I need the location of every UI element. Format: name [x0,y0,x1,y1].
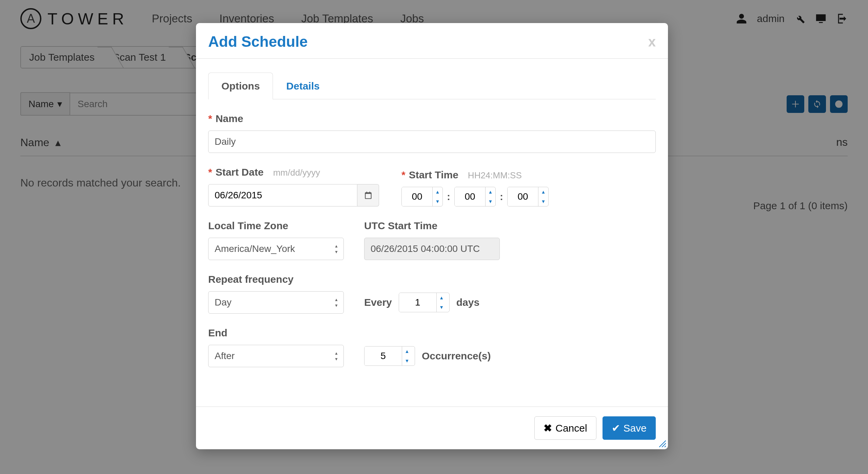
minutes-input[interactable] [455,187,485,206]
label-start-time: * Start Time HH24:MM:SS [401,169,549,181]
occurrences-input[interactable] [364,347,402,366]
end-select[interactable]: After [208,345,344,367]
form-group-start-date: * Start Date mm/dd/yyyy [208,166,381,206]
row-end: End After ▲▼ ▲▼ Occurrence(s) [208,327,656,367]
required-marker: * [208,166,212,178]
label-every: Every [364,297,392,308]
start-time-hint: HH24:MM:SS [468,170,522,181]
time-separator: : [500,191,503,202]
every-input[interactable] [399,293,436,312]
form-group-end: End After ▲▼ [208,327,344,367]
seconds-up[interactable]: ▲ [538,187,548,197]
form-group-tz: Local Time Zone America/New_York ▲▼ [208,220,344,260]
minutes-up[interactable]: ▲ [486,187,495,197]
label-name: * Name [208,113,656,124]
minutes-down[interactable]: ▼ [486,197,495,206]
form-group-start-time: * Start Time HH24:MM:SS ▲▼ : ▲▼ [401,169,549,206]
label-occurrences: Occurrence(s) [422,350,491,362]
hours-down[interactable]: ▼ [433,197,442,206]
app-root: A TOWER Projects Inventories Job Templat… [0,0,868,474]
form-group-name: * Name [208,113,656,153]
seconds-input[interactable] [508,187,538,206]
required-marker: * [401,169,406,181]
start-time-group: ▲▼ : ▲▼ : ▲▼ [401,187,549,206]
calendar-button[interactable] [357,184,379,206]
label-start-date: * Start Date mm/dd/yyyy [208,166,381,178]
form-group-utc: UTC Start Time 06/26/2015 04:00:00 UTC [364,220,500,260]
tz-select-wrap: America/New_York ▲▼ [208,238,344,260]
tab-options[interactable]: Options [208,73,273,99]
occ-down[interactable]: ▼ [402,356,412,366]
label-tz: Local Time Zone [208,220,344,232]
modal-title: Add Schedule [208,33,308,50]
modal-tabs: Options Details [208,72,656,99]
tab-details[interactable]: Details [273,73,333,99]
minutes-spinner[interactable]: ▲▼ [454,187,496,206]
every-spinner[interactable]: ▲▼ [399,293,450,312]
hours-input[interactable] [402,187,432,206]
label-utc: UTC Start Time [364,220,500,232]
seconds-spinner[interactable]: ▲▼ [507,187,549,206]
start-date-hint: mm/dd/yyyy [273,167,320,178]
occ-up[interactable]: ▲ [402,347,412,356]
modal-header: Add Schedule x [196,23,668,59]
row-tz: Local Time Zone America/New_York ▲▼ UTC … [208,220,656,260]
every-down[interactable]: ▼ [437,302,447,312]
resize-handle-icon[interactable] [659,440,666,447]
close-button[interactable]: x [648,34,656,50]
repeat-select[interactable]: Day [208,291,344,314]
every-up[interactable]: ▲ [437,293,447,302]
row-start: * Start Date mm/dd/yyyy * Start Tim [208,166,656,206]
seconds-down[interactable]: ▼ [538,197,548,206]
add-schedule-modal: Add Schedule x Options Details * Name * [196,23,668,449]
occurrences-spinner[interactable]: ▲▼ [364,346,415,366]
utc-display: 06/26/2015 04:00:00 UTC [364,238,500,260]
label-repeat: Repeat frequency [208,274,344,285]
label-days: days [456,297,479,308]
hours-spinner[interactable]: ▲▼ [401,187,443,206]
close-icon: ✖ [544,422,552,434]
modal-body: Options Details * Name * Start Date mm/d… [196,72,668,379]
cancel-button[interactable]: ✖ Cancel [534,416,596,440]
label-end: End [208,327,344,339]
name-input[interactable] [208,131,656,153]
check-icon: ✔ [612,422,620,434]
every-group: Every ▲▼ days [364,293,479,314]
modal-footer: ✖ Cancel ✔ Save [196,407,668,449]
start-date-group [208,184,381,206]
hours-up[interactable]: ▲ [433,187,442,197]
repeat-select-wrap: Day ▲▼ [208,291,344,314]
calendar-icon [364,191,373,200]
tz-select[interactable]: America/New_York [208,238,344,260]
row-repeat: Repeat frequency Day ▲▼ Every ▲▼ days [208,274,656,314]
save-button[interactable]: ✔ Save [603,416,656,440]
form-group-repeat: Repeat frequency Day ▲▼ [208,274,344,314]
required-marker: * [208,113,212,124]
occurrences-group: ▲▼ Occurrence(s) [364,346,491,367]
time-separator: : [447,191,450,202]
start-date-input[interactable] [208,184,357,206]
end-select-wrap: After ▲▼ [208,345,344,367]
